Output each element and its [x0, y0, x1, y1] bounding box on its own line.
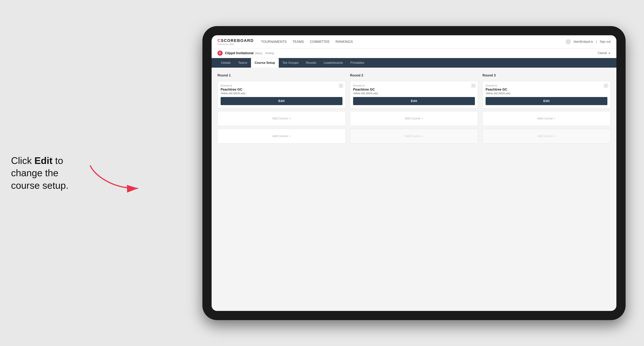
round-2-course-tag: (Course A) — [353, 84, 475, 87]
logo-subtitle: Powered by clippd — [218, 43, 254, 45]
tournament-gender: (Men) — [255, 52, 262, 55]
round-1-course-tee: Yellow (M) (6629 yds) — [220, 92, 342, 95]
round-2-course-card: □ (Course A) Peachtree GC Yellow (M) (66… — [350, 81, 478, 108]
top-nav: CSCOREBOARD Powered by clippd TOURNAMENT… — [212, 35, 616, 48]
tab-results[interactable]: Results — [302, 58, 320, 68]
round-2-course-tee: Yellow (M) (6629 yds) — [353, 92, 475, 95]
round-3-edit-button[interactable]: Edit — [486, 97, 608, 105]
round-2-add-course-1[interactable]: Add Course + — [350, 111, 478, 126]
arrow-indicator — [79, 160, 153, 197]
round-1-course-tag: (Course A) — [220, 84, 342, 87]
round-2-edit-button[interactable]: Edit — [353, 97, 475, 105]
round-2-plus-icon-2: + — [422, 135, 423, 138]
round-2-course-name: Peachtree GC — [353, 88, 475, 92]
round-3-add-course-2-text: Add Course + — [537, 135, 556, 138]
tablet-screen: CSCOREBOARD Powered by clippd TOURNAMENT… — [212, 35, 616, 311]
tab-leaderboards[interactable]: Leaderboards — [320, 58, 347, 68]
round-1-column: Round 1 □ (Course A) Peachtree GC Yellow… — [218, 73, 346, 144]
sign-out-link[interactable]: Sign out — [600, 40, 610, 43]
nav-right: blair@clippd.io | Sign out — [566, 39, 610, 44]
round-1-add-course-1-text: Add Course + — [272, 117, 291, 120]
round-2-plus-icon: + — [422, 117, 423, 120]
round-3-label: Round 3 — [482, 73, 610, 77]
nav-separator: | — [596, 40, 597, 43]
main-content: Round 1 □ (Course A) Peachtree GC Yellow… — [212, 68, 616, 311]
tab-tee-groups[interactable]: Tee Groups — [279, 58, 302, 68]
round-1-plus-icon-2: + — [289, 135, 291, 138]
tab-printables[interactable]: Printables — [347, 58, 368, 68]
nav-committee[interactable]: COMMITTEE — [310, 39, 330, 44]
round-2-delete-button[interactable]: □ — [471, 83, 476, 88]
user-avatar — [566, 39, 571, 44]
tablet-frame: CSCOREBOARD Powered by clippd TOURNAMENT… — [202, 26, 626, 320]
round-2-add-course-2-text: Add Course + — [405, 135, 423, 138]
logo-c-icon: C — [218, 38, 221, 43]
round-3-course-card: □ (Course A) Peachtree GC Yellow (M) (66… — [482, 81, 610, 108]
round-1-add-course-2[interactable]: Add Course + — [218, 129, 346, 144]
round-3-add-course-2: Add Course + — [482, 129, 610, 144]
round-3-column: Round 3 □ (Course A) Peachtree GC Yellow… — [482, 73, 610, 144]
sub-header-right: Cancel × — [598, 51, 611, 55]
round-1-add-course-2-text: Add Course + — [272, 135, 291, 138]
round-1-edit-button[interactable]: Edit — [220, 97, 342, 105]
round-3-plus-icon-2: + — [554, 135, 556, 138]
tournament-icon: C — [218, 50, 223, 56]
round-2-add-course-1-text: Add Course + — [405, 117, 423, 120]
sub-header: C Clippd Invitational (Men) Hosting Canc… — [212, 48, 616, 58]
round-1-label: Round 1 — [218, 73, 346, 77]
edit-bold: Edit — [34, 155, 52, 166]
nav-teams[interactable]: TEAMS — [292, 39, 304, 44]
close-icon[interactable]: × — [608, 51, 610, 55]
rounds-grid: Round 1 □ (Course A) Peachtree GC Yellow… — [218, 73, 610, 144]
round-3-plus-icon: + — [554, 117, 556, 120]
hosting-badge: Hosting — [265, 52, 274, 55]
scoreboard-logo: CSCOREBOARD Powered by clippd — [218, 38, 254, 45]
tab-bar: Details Teams Course Setup Tee Groups Re… — [212, 58, 616, 68]
tab-teams[interactable]: Teams — [234, 58, 251, 68]
round-3-course-tag: (Course A) — [486, 84, 608, 87]
nav-tournaments[interactable]: TOURNAMENTS — [261, 39, 287, 44]
round-1-course-card: □ (Course A) Peachtree GC Yellow (M) (66… — [218, 81, 346, 108]
tab-course-setup[interactable]: Course Setup — [251, 58, 279, 68]
round-1-delete-button[interactable]: □ — [339, 83, 343, 88]
round-1-course-name: Peachtree GC — [220, 88, 342, 92]
logo-title-text: SCOREBOARD — [221, 38, 254, 43]
round-2-label: Round 2 — [350, 73, 478, 77]
round-1-plus-icon: + — [289, 117, 291, 120]
instruction-text: Click Edit tochange thecourse setup. — [11, 154, 68, 192]
tournament-name: Clippd Invitational — [225, 51, 254, 55]
nav-links: TOURNAMENTS TEAMS COMMITTEE RANKINGS — [261, 39, 566, 44]
nav-rankings[interactable]: RANKINGS — [336, 39, 353, 44]
round-1-add-course-1[interactable]: Add Course + — [218, 111, 346, 126]
user-email: blair@clippd.io — [574, 40, 593, 43]
round-3-add-course-1[interactable]: Add Course + — [482, 111, 610, 126]
cancel-button[interactable]: Cancel — [598, 51, 607, 55]
round-3-delete-button[interactable]: □ — [604, 83, 608, 88]
round-3-add-course-1-text: Add Course + — [537, 117, 556, 120]
round-3-course-name: Peachtree GC — [486, 88, 608, 92]
tab-details[interactable]: Details — [218, 58, 234, 68]
round-2-column: Round 2 □ (Course A) Peachtree GC Yellow… — [350, 73, 478, 144]
round-3-course-tee: Yellow (M) (6629 yds) — [486, 92, 608, 95]
round-2-add-course-2: Add Course + — [350, 129, 478, 144]
